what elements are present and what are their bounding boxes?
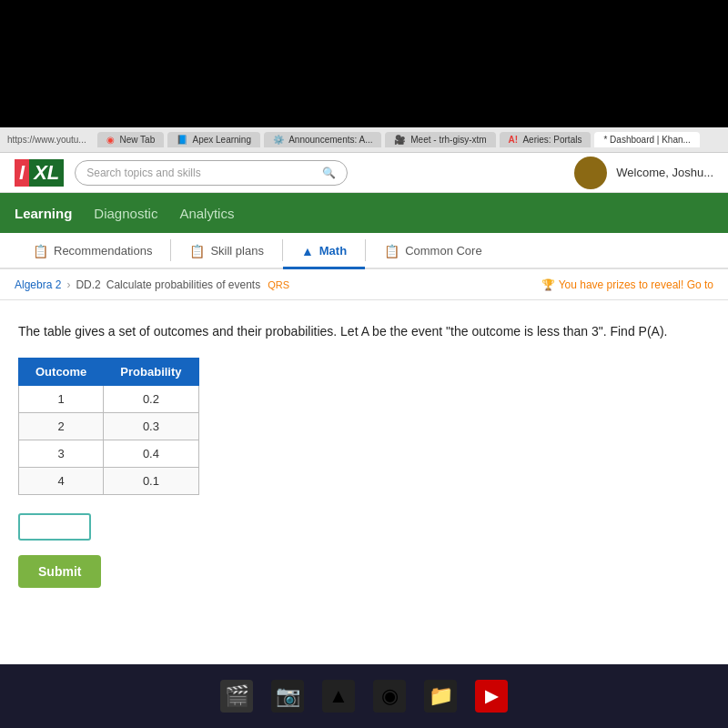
- files-icon[interactable]: 📁: [424, 680, 457, 713]
- ixl-logo[interactable]: IXL: [15, 159, 64, 187]
- probability-2: 0.3: [104, 413, 198, 440]
- tab-apex-learning[interactable]: 📘 Apex Learning: [167, 132, 260, 147]
- nav-diagnostic[interactable]: Diagnostic: [94, 206, 157, 221]
- drive-icon[interactable]: ▲: [322, 680, 355, 713]
- table-row: 3 0.4: [19, 440, 199, 468]
- prize-text: You have prizes to reveal! Go to: [559, 278, 713, 291]
- problem-text: The table gives a set of outcomes and th…: [18, 322, 710, 341]
- table-row: 2 0.3: [19, 413, 199, 440]
- ixl-logo-xl: XL: [29, 159, 64, 187]
- common-core-icon: 📋: [384, 244, 399, 258]
- camera-icon[interactable]: 📷: [271, 680, 304, 713]
- outcome-2: 2: [19, 413, 104, 440]
- table-row: 1 0.2: [19, 386, 199, 413]
- ixl-logo-i: I: [15, 159, 29, 187]
- probability-3: 0.4: [104, 440, 198, 468]
- tab-aeries[interactable]: A! Aeries: Portals: [500, 132, 592, 147]
- main-nav: Learning Diagnostic Analytics: [0, 193, 728, 233]
- tab-new-tab[interactable]: ◉ New Tab: [97, 132, 165, 147]
- skill-plans-icon: 📋: [189, 244, 205, 258]
- tab-meet[interactable]: 🎥 Meet - trh-gisy-xtm: [385, 132, 495, 147]
- probability-1: 0.2: [104, 386, 198, 413]
- outcome-1: 1: [19, 386, 104, 413]
- breadcrumb-course[interactable]: Algebra 2: [15, 278, 61, 291]
- browser-tabs-bar: https://www.youtu... ◉ New Tab 📘 Apex Le…: [0, 127, 728, 153]
- table-row: 4 0.1: [19, 468, 199, 495]
- submit-button[interactable]: Submit: [18, 555, 101, 588]
- subnav-recommendations[interactable]: 📋 Recommendations: [15, 235, 170, 269]
- youtube-icon[interactable]: ▶: [475, 680, 508, 713]
- avatar: [574, 157, 607, 189]
- trophy-icon: 🏆: [541, 278, 555, 291]
- video-camera-icon[interactable]: 🎬: [220, 680, 253, 713]
- address-tab: https://www.youtu...: [7, 135, 86, 145]
- nav-learning[interactable]: Learning: [15, 206, 72, 221]
- breadcrumb-skill-name: Calculate probabilities of events: [106, 278, 260, 291]
- breadcrumb-tag: QRS: [268, 279, 289, 290]
- outcome-4: 4: [19, 468, 104, 495]
- ixl-header: IXL Search topics and skills 🔍 Welcome, …: [0, 153, 728, 193]
- content-area: The table gives a set of outcomes and th…: [0, 300, 728, 610]
- subnav-skill-plans[interactable]: 📋 Skill plans: [171, 235, 282, 269]
- tab-dashboard[interactable]: * Dashboard | Khan...: [594, 132, 699, 147]
- prize-banner[interactable]: 🏆 You have prizes to reveal! Go to: [541, 278, 713, 291]
- tab-announcements[interactable]: ⚙️ Announcements: A...: [264, 132, 382, 147]
- recommendations-icon: 📋: [33, 244, 48, 258]
- nav-analytics[interactable]: Analytics: [179, 206, 234, 221]
- taskbar: 🎬 📷 ▲ ◉ 📁 ▶: [0, 664, 728, 728]
- math-icon: ▲: [301, 244, 314, 258]
- chrome-icon[interactable]: ◉: [373, 680, 406, 713]
- outcome-3: 3: [19, 440, 104, 468]
- sub-nav: 📋 Recommendations 📋 Skill plans ▲ Math 📋…: [0, 233, 728, 269]
- probability-4: 0.1: [104, 468, 198, 495]
- search-placeholder: Search topics and skills: [86, 167, 200, 179]
- subnav-math[interactable]: ▲ Math: [283, 235, 365, 269]
- search-bar[interactable]: Search topics and skills 🔍: [75, 160, 348, 186]
- col-header-outcome: Outcome: [19, 359, 104, 386]
- probability-table: Outcome Probability 1 0.2 2 0.3 3 0.4: [18, 358, 199, 495]
- col-header-probability: Probability: [104, 359, 198, 386]
- welcome-text: Welcome, Joshu...: [616, 166, 713, 179]
- breadcrumb: Algebra 2 › DD.2 Calculate probabilities…: [0, 269, 728, 300]
- answer-input[interactable]: [18, 513, 91, 541]
- breadcrumb-skill-code: DD.2: [76, 278, 100, 291]
- search-icon: 🔍: [322, 167, 336, 179]
- breadcrumb-separator: ›: [66, 278, 70, 291]
- subnav-common-core[interactable]: 📋 Common Core: [366, 235, 500, 269]
